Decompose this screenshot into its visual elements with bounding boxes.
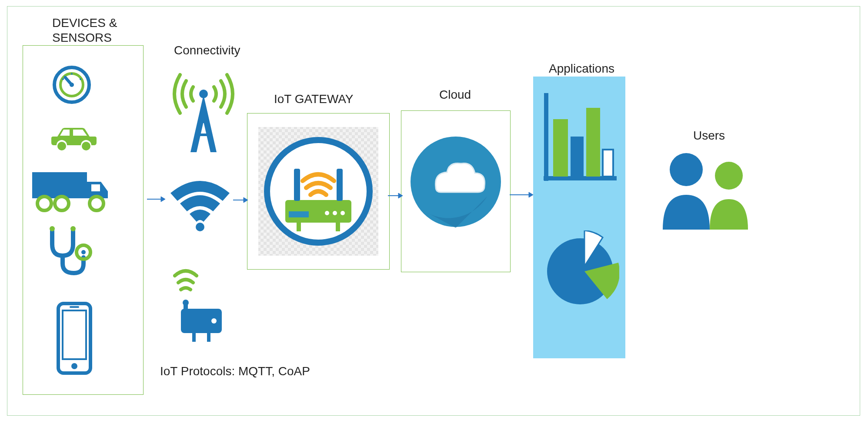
cloud-icon	[409, 122, 503, 244]
svg-point-28	[183, 300, 189, 306]
devices-sensors-label: DEVICES &SENSORS	[52, 16, 117, 45]
svg-rect-51	[586, 108, 600, 177]
svg-marker-57	[161, 197, 165, 202]
cell-tower-icon	[164, 70, 243, 157]
svg-point-7	[57, 142, 66, 150]
svg-rect-30	[192, 333, 196, 342]
svg-rect-19	[63, 310, 86, 359]
svg-point-24	[199, 90, 208, 98]
svg-rect-38	[289, 211, 309, 217]
svg-point-25	[196, 223, 204, 231]
svg-point-15	[70, 226, 76, 231]
bar-chart-icon	[539, 89, 619, 189]
connectivity-label: Connectivity	[174, 43, 240, 57]
svg-point-29	[211, 318, 217, 324]
svg-marker-61	[398, 193, 403, 198]
svg-point-54	[670, 153, 703, 186]
people-icon	[652, 147, 765, 234]
pie-chart-icon	[543, 230, 619, 307]
stethoscope-icon	[40, 223, 97, 279]
svg-rect-21	[70, 306, 79, 308]
svg-point-14	[50, 226, 55, 231]
svg-point-40	[333, 211, 337, 215]
smartphone-icon	[50, 299, 98, 377]
arrow-cloud-to-applications	[510, 190, 533, 199]
svg-point-5	[80, 78, 81, 80]
svg-rect-31	[207, 333, 210, 342]
svg-rect-50	[571, 137, 584, 177]
users-label: Users	[693, 129, 725, 143]
svg-rect-10	[91, 184, 100, 191]
svg-point-17	[81, 250, 86, 254]
iot-gateway-label: IoT GATEWAY	[274, 92, 354, 106]
svg-rect-44	[297, 223, 301, 231]
truck-icon	[27, 164, 118, 217]
arrow-connectivity-to-gateway	[233, 196, 248, 204]
svg-marker-59	[244, 197, 248, 203]
svg-point-3	[70, 83, 74, 87]
router-gateway-icon	[257, 126, 379, 257]
svg-rect-52	[603, 150, 613, 177]
svg-point-55	[715, 162, 743, 190]
svg-rect-9	[32, 172, 87, 198]
wifi-icon	[165, 174, 235, 235]
arrow-gateway-to-cloud	[388, 191, 403, 200]
iot-protocols-label: IoT Protocols: MQTT, CoAP	[160, 364, 310, 378]
svg-rect-43	[337, 169, 343, 201]
svg-point-41	[341, 211, 345, 215]
svg-point-6	[71, 73, 73, 75]
cloud-label: Cloud	[439, 88, 471, 102]
applications-label: Applications	[549, 62, 614, 76]
svg-point-20	[71, 363, 77, 369]
svg-rect-49	[553, 119, 568, 177]
svg-point-39	[325, 211, 329, 215]
svg-point-12	[55, 197, 69, 210]
svg-point-8	[82, 142, 90, 150]
svg-rect-42	[294, 169, 300, 201]
car-icon	[43, 121, 104, 156]
arrow-devices-to-connectivity	[147, 195, 165, 203]
svg-marker-63	[529, 192, 533, 197]
svg-point-13	[90, 197, 103, 210]
svg-point-4	[62, 78, 64, 80]
router-wireless-icon	[173, 261, 230, 348]
svg-point-11	[37, 197, 51, 210]
svg-rect-45	[336, 223, 340, 231]
gauge-icon	[48, 61, 96, 104]
